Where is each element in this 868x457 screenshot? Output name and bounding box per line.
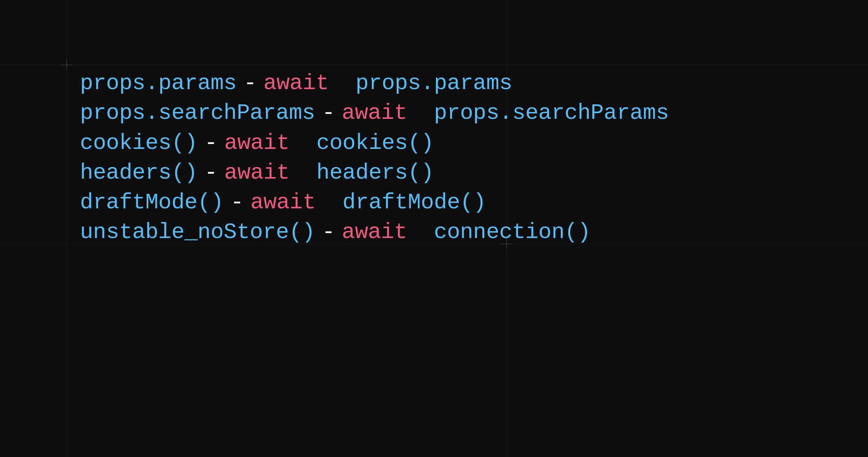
code-space-1 — [336, 69, 349, 98]
code-keyword-3: await — [224, 128, 290, 158]
code-right-4: headers() — [316, 158, 434, 188]
code-left-6: unstable_noStore() — [80, 217, 315, 247]
code-keyword-2: await — [342, 98, 407, 128]
code-space-6 — [414, 217, 427, 247]
code-space-4 — [297, 158, 310, 188]
code-sep-6: - — [322, 217, 335, 247]
code-block: props.params - await props.params props.… — [80, 69, 788, 248]
code-line-2: props.searchParams - await props.searchP… — [80, 98, 788, 128]
code-left-3: cookies() — [80, 128, 198, 158]
code-right-3: cookies() — [316, 128, 434, 158]
code-sep-5: - — [230, 188, 243, 217]
code-line-5: draftMode() - await draftMode() — [80, 188, 788, 217]
code-space-2 — [414, 98, 427, 128]
code-sep-1: - — [244, 69, 257, 98]
code-right-1: props.params — [356, 69, 512, 98]
code-left-1: props.params — [80, 69, 237, 98]
code-sep-4: - — [204, 158, 217, 188]
code-keyword-1: await — [263, 69, 329, 98]
code-space-3 — [297, 128, 310, 158]
code-right-6: connection() — [434, 217, 591, 247]
code-space-5 — [322, 188, 335, 217]
code-left-4: headers() — [80, 158, 198, 188]
code-sep-2: - — [322, 98, 335, 128]
code-right-2: props.searchParams — [434, 98, 669, 128]
code-left-2: props.searchParams — [80, 98, 315, 128]
code-keyword-4: await — [224, 158, 290, 188]
code-line-6: unstable_noStore() - await connection() — [80, 217, 788, 247]
code-keyword-6: await — [342, 217, 407, 247]
code-line-4: headers() - await headers() — [80, 158, 788, 188]
code-line-3: cookies() - await cookies() — [80, 128, 788, 158]
code-line-1: props.params - await props.params — [80, 69, 788, 98]
code-left-5: draftMode() — [80, 188, 223, 217]
crosshair-top-left — [61, 59, 72, 70]
code-keyword-5: await — [251, 188, 316, 217]
code-sep-3: - — [204, 128, 217, 158]
code-right-5: draftMode() — [343, 188, 486, 217]
